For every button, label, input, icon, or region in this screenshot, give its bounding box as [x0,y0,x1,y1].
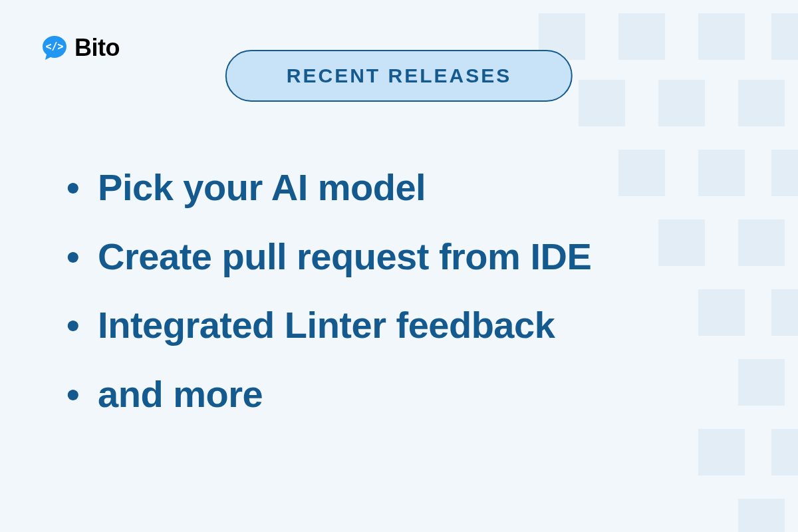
list-item: and more [66,360,591,429]
list-item: Integrated Linter feedback [66,291,591,360]
svg-text:</>: </> [45,41,63,53]
list-item: Pick your AI model [66,153,591,222]
releases-badge: RECENT RELEASES [225,50,573,102]
bito-logo-icon: </> [40,33,69,63]
logo: </> Bito [40,33,120,63]
list-item: Create pull request from IDE [66,222,591,291]
feature-list: Pick your AI model Create pull request f… [66,153,591,428]
badge-label: RECENT RELEASES [287,65,511,87]
logo-text: Bito [74,34,120,62]
